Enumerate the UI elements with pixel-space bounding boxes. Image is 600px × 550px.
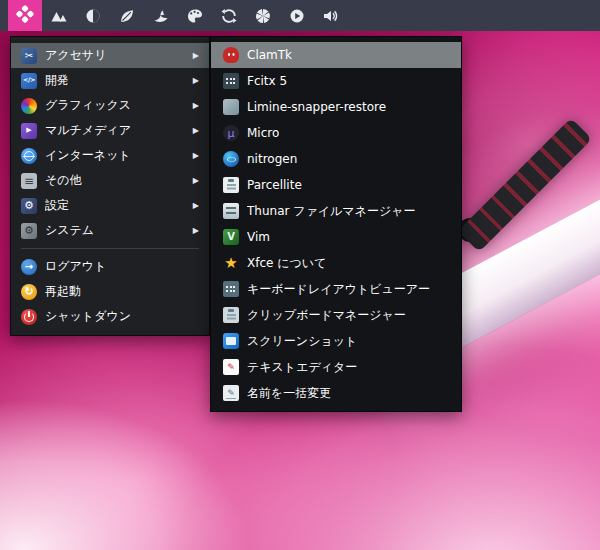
menu-category-settings[interactable]: 設定 ▶ xyxy=(11,193,209,218)
mountains-icon[interactable] xyxy=(46,3,72,29)
app-item-label: Micro xyxy=(247,126,279,140)
leaf-icon[interactable] xyxy=(114,3,140,29)
menu-category-development[interactable]: 開発 ▶ xyxy=(11,68,209,93)
menu-action-label: ログアウト xyxy=(45,258,106,275)
menu-category-system[interactable]: システム ▶ xyxy=(11,218,209,243)
submenu-arrow-icon: ▶ xyxy=(193,102,199,110)
parcellite-clipboard-icon xyxy=(223,177,239,193)
menu-category-label: アクセサリ xyxy=(45,47,106,64)
menu-category-other[interactable]: その他 ▶ xyxy=(11,168,209,193)
applications-menu: アクセサリ ▶ 開発 ▶ グラフィックス ▶ マルチメディア ▶ インターネット… xyxy=(10,36,210,336)
app-item-label: Fcitx 5 xyxy=(247,74,287,88)
app-item-label: Limine-snapper-restore xyxy=(247,100,386,114)
menu-category-accessories[interactable]: アクセサリ ▶ xyxy=(11,43,209,68)
restart-button[interactable]: 再起動 xyxy=(11,279,209,304)
app-item-vim[interactable]: Vim xyxy=(211,224,461,250)
app-item-label: キーボードレイアウトビューアー xyxy=(247,281,430,298)
logout-icon xyxy=(21,259,37,275)
refresh-icon[interactable] xyxy=(216,3,242,29)
app-item-screenshot[interactable]: スクリーンショット xyxy=(211,328,461,354)
app-item-label: Parcellite xyxy=(247,178,302,192)
keyboard-layout-icon xyxy=(223,281,239,297)
app-item-label: クリップボードマネージャー xyxy=(247,307,406,324)
restart-icon xyxy=(21,284,37,300)
app-item-clamtk[interactable]: ClamTk xyxy=(211,42,461,68)
app-item-keyboard-layout-viewer[interactable]: キーボードレイアウトビューアー xyxy=(211,276,461,302)
app-item-xfce-about[interactable]: Xfce について xyxy=(211,250,461,276)
app-item-limine-snapper-restore[interactable]: Limine-snapper-restore xyxy=(211,94,461,120)
internet-icon xyxy=(21,148,37,164)
accessories-submenu: ClamTk Fcitx 5 Limine-snapper-restore Mi… xyxy=(210,36,462,412)
system-icon xyxy=(21,223,37,239)
app-item-fcitx5[interactable]: Fcitx 5 xyxy=(211,68,461,94)
shutdown-button[interactable]: シャットダウン xyxy=(11,304,209,329)
shutdown-icon xyxy=(21,309,37,325)
xfce-star-icon xyxy=(223,255,239,271)
clamtk-icon xyxy=(223,47,239,63)
pinwheel-knot-icon xyxy=(15,4,35,27)
settings-icon xyxy=(21,198,37,214)
app-item-label: Thunar ファイルマネージャー xyxy=(247,203,416,220)
submenu-arrow-icon: ▶ xyxy=(193,77,199,85)
menu-category-label: グラフィックス xyxy=(45,97,131,114)
volume-icon[interactable] xyxy=(318,3,344,29)
submenu-arrow-icon: ▶ xyxy=(193,227,199,235)
accessories-icon xyxy=(21,48,37,64)
logout-button[interactable]: ログアウト xyxy=(11,254,209,279)
clipboard-manager-icon xyxy=(223,307,239,323)
menu-category-label: マルチメディア xyxy=(45,122,131,139)
app-item-parcellite[interactable]: Parcellite xyxy=(211,172,461,198)
graphics-icon xyxy=(21,98,37,114)
app-item-label: Vim xyxy=(247,230,270,244)
menu-category-label: 設定 xyxy=(45,197,69,214)
thunar-file-manager-icon xyxy=(223,203,239,219)
development-icon xyxy=(21,73,37,89)
app-item-label: 名前を一括変更 xyxy=(247,385,331,402)
app-item-thunar[interactable]: Thunar ファイルマネージャー xyxy=(211,198,461,224)
micro-icon xyxy=(223,125,239,141)
app-item-nitrogen[interactable]: nitrogen xyxy=(211,146,461,172)
screenshot-icon xyxy=(223,333,239,349)
fcitx-keyboard-icon xyxy=(223,73,239,89)
submenu-arrow-icon: ▶ xyxy=(193,152,199,160)
limine-icon xyxy=(223,99,239,115)
app-item-clipboard-manager[interactable]: クリップボードマネージャー xyxy=(211,302,461,328)
app-item-bulk-rename[interactable]: 名前を一括変更 xyxy=(211,380,461,406)
applications-menu-button[interactable] xyxy=(8,0,42,31)
other-icon xyxy=(21,173,37,189)
app-item-text-editor[interactable]: テキストエディター xyxy=(211,354,461,380)
submenu-arrow-icon: ▶ xyxy=(193,127,199,135)
submenu-arrow-icon: ▶ xyxy=(193,202,199,210)
submenu-arrow-icon: ▶ xyxy=(193,177,199,185)
menu-category-label: インターネット xyxy=(45,147,131,164)
menu-category-label: その他 xyxy=(45,172,82,189)
top-panel xyxy=(0,0,600,31)
nitrogen-icon xyxy=(223,151,239,167)
menu-separator xyxy=(21,248,199,249)
play-icon[interactable] xyxy=(284,3,310,29)
shutter-icon[interactable] xyxy=(250,3,276,29)
app-item-label: スクリーンショット xyxy=(247,333,357,350)
menu-category-label: システム xyxy=(45,222,94,239)
menu-category-label: 開発 xyxy=(45,72,69,89)
multimedia-icon xyxy=(21,123,37,139)
bulk-rename-icon xyxy=(223,385,239,401)
vim-icon xyxy=(223,229,239,245)
submenu-arrow-icon: ▶ xyxy=(193,52,199,60)
menu-action-label: シャットダウン xyxy=(45,308,131,325)
menu-category-graphics[interactable]: グラフィックス ▶ xyxy=(11,93,209,118)
app-item-label: テキストエディター xyxy=(247,359,357,376)
app-item-micro[interactable]: Micro xyxy=(211,120,461,146)
menu-category-multimedia[interactable]: マルチメディア ▶ xyxy=(11,118,209,143)
text-editor-icon xyxy=(223,359,239,375)
menu-category-internet[interactable]: インターネット ▶ xyxy=(11,143,209,168)
palette-icon[interactable] xyxy=(182,3,208,29)
app-item-label: ClamTk xyxy=(247,48,292,62)
app-item-label: Xfce について xyxy=(247,255,326,272)
menu-action-label: 再起動 xyxy=(45,283,81,300)
app-item-label: nitrogen xyxy=(247,152,297,166)
dove-icon[interactable] xyxy=(148,3,174,29)
contrast-icon[interactable] xyxy=(80,3,106,29)
